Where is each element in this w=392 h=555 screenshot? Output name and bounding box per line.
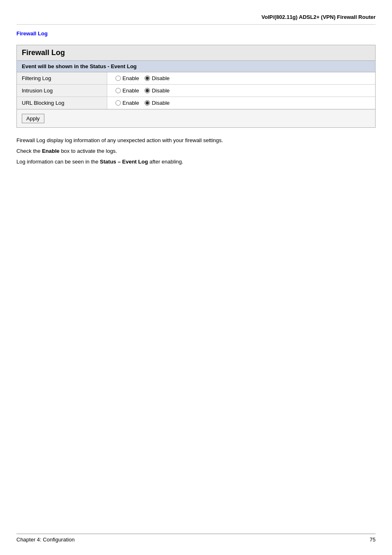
apply-button[interactable]: Apply [22,114,44,123]
description-line3-prefix: Log information can be seen in the [16,159,100,165]
description-line3: Log information can be seen in the Statu… [16,157,376,166]
description-line1: Firewall Log display log information of … [16,136,376,145]
panel-title: Firewall Log [17,45,375,61]
filtering-enable-option[interactable]: Enable [115,75,139,81]
apply-row: Apply [17,109,375,127]
footer: Chapter 4: Configuration 75 [16,534,376,543]
url-enable-radio[interactable] [115,100,121,106]
intrusion-enable-option[interactable]: Enable [115,88,139,94]
description-line2: Check the Enable box to activate the log… [16,147,376,156]
url-enable-label: Enable [122,100,139,106]
url-blocking-log-label: URL Blocking Log [17,97,107,109]
intrusion-log-options: Enable Disable [107,85,178,97]
url-blocking-log-options: Enable Disable [107,97,178,109]
breadcrumb-link[interactable]: Firewall Log [16,30,48,37]
footer-chapter: Chapter 4: Configuration [16,537,75,543]
filtering-log-row: Filtering Log Enable Disable [17,72,375,85]
filtering-disable-option[interactable]: Disable [145,75,169,81]
filtering-log-label: Filtering Log [17,72,107,84]
intrusion-disable-option[interactable]: Disable [145,88,169,94]
description-line3-bold: Status – Event Log [100,159,148,165]
description-section: Firewall Log display log information of … [16,136,376,166]
firewall-log-panel: Firewall Log Event will be shown in the … [16,45,376,128]
footer-page-number: 75 [370,537,376,543]
intrusion-log-label: Intrusion Log [17,85,107,97]
url-disable-radio[interactable] [145,100,150,106]
description-line2-bold: Enable [42,148,60,154]
url-blocking-log-row: URL Blocking Log Enable Disable [17,97,375,109]
intrusion-log-row: Intrusion Log Enable Disable [17,85,375,97]
description-line3-suffix: after enabling. [148,159,183,165]
filtering-log-options: Enable Disable [107,72,178,84]
filtering-enable-label: Enable [122,75,139,81]
url-enable-option[interactable]: Enable [115,100,139,106]
intrusion-disable-radio[interactable] [145,88,150,93]
filtering-enable-radio[interactable] [115,76,121,81]
intrusion-enable-radio[interactable] [115,88,121,93]
url-disable-option[interactable]: Disable [145,100,169,106]
intrusion-disable-label: Disable [152,88,169,94]
intrusion-enable-label: Enable [122,88,139,94]
page-header-title: VoIP/(802.11g) ADSL2+ (VPN) Firewall Rou… [16,8,376,25]
section-header: Event will be shown in the Status - Even… [17,61,375,72]
description-line2-prefix: Check the [16,148,42,154]
url-disable-label: Disable [152,100,169,106]
filtering-disable-radio[interactable] [145,76,150,81]
description-line2-suffix: box to activate the logs. [60,148,117,154]
filtering-disable-label: Disable [152,75,169,81]
